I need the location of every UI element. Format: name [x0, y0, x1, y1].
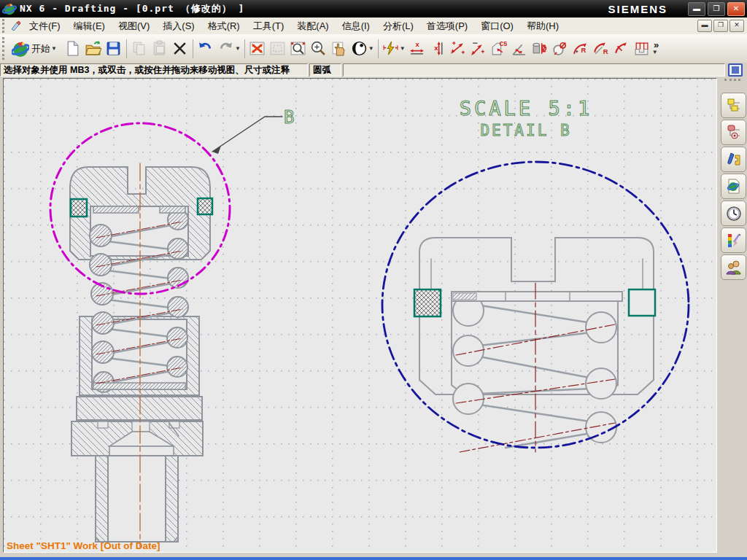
detail-seal-highlight-left[interactable] [414, 289, 441, 316]
svg-text:R: R [581, 46, 587, 54]
selection-brush-icon [10, 20, 23, 32]
menu-view[interactable]: 视图(V) [112, 18, 156, 34]
dialog-rail-icon[interactable] [728, 63, 743, 77]
spring-seat-plate [452, 292, 622, 301]
redo-dropdown-icon[interactable]: ▼ [235, 45, 241, 52]
radius-dimension-button[interactable]: R [570, 38, 591, 60]
menu-edit[interactable]: 编辑(E) [67, 18, 112, 34]
siemens-logo: SIEMENS [608, 3, 667, 15]
menu-format[interactable]: 格式(R) [201, 18, 247, 34]
flange-section [77, 397, 202, 420]
prompt-bar: 选择对象并使用 MB3，或双击，或按住并拖动来移动视图、尺寸或注释 圆弧 [0, 63, 747, 77]
valve-block-section [71, 421, 203, 456]
undo-button[interactable] [196, 38, 216, 60]
minimize-icon[interactable]: ▬ [688, 2, 705, 16]
menu-insert[interactable]: 插入(S) [156, 18, 201, 34]
nx-logo-icon [2, 1, 17, 16]
toolbar-overflow-button[interactable]: » ▼ [654, 42, 659, 56]
prompt-spacer [343, 63, 725, 77]
close-icon[interactable]: ✕ [727, 2, 745, 16]
roles-tab[interactable] [721, 254, 746, 280]
overflow-dropdown-icon: ▼ [652, 49, 658, 56]
copy-button [129, 38, 150, 60]
palettes-icon [725, 232, 743, 249]
detail-seal-highlight-right[interactable] [629, 289, 655, 316]
chamfer-dimension-button[interactable]: C5 [489, 38, 509, 60]
menu-window[interactable]: 窗口(O) [474, 18, 520, 34]
history-tab[interactable] [721, 201, 746, 226]
seal-highlight-right[interactable] [198, 198, 212, 214]
part-navigator-tab[interactable] [721, 147, 746, 172]
menu-assemblies[interactable]: 装配(A) [290, 18, 335, 34]
constraint-navigator-icon [725, 124, 743, 141]
detail-balloon-label: B [284, 107, 294, 128]
inferred-dimension-button[interactable] [381, 38, 401, 60]
menu-tools[interactable]: 工具(T) [247, 18, 291, 34]
mdi-minimize-icon[interactable]: ▬ [697, 20, 712, 32]
resource-bar [718, 77, 747, 551]
display-mode-button[interactable] [349, 38, 370, 60]
prompt-cue: 圆弧 [309, 63, 341, 77]
assembly-navigator-tab[interactable] [721, 93, 746, 118]
parallel-dimension-button[interactable] [448, 38, 468, 60]
svg-text:C5: C5 [500, 40, 507, 47]
start-button[interactable]: 开始 ▼ [10, 39, 63, 59]
menu-analysis[interactable]: 分析(L) [376, 18, 420, 34]
start-dropdown-icon: ▼ [51, 45, 57, 52]
drawing-canvas[interactable]: B [3, 78, 717, 553]
new-part-button[interactable] [63, 38, 83, 60]
zoom-in-out-button[interactable] [309, 38, 329, 60]
arc-length-dimension-button[interactable] [611, 38, 632, 60]
drafting-sheet: B [4, 79, 716, 552]
menu-information[interactable]: 信息(I) [336, 18, 376, 34]
menu-preferences[interactable]: 首选项(P) [420, 18, 474, 34]
svg-text:R: R [603, 47, 608, 55]
radius-center-dimension-button[interactable]: R [591, 38, 611, 60]
mdi-restore-icon[interactable]: ❐ [713, 20, 728, 32]
delete-button[interactable] [170, 38, 190, 60]
constraint-navigator-tab[interactable] [721, 120, 746, 145]
svg-text:x: x [416, 40, 420, 48]
prompt-message: 选择对象并使用 MB3，或双击，或按住并拖动来移动视图、尺寸或注释 [0, 63, 308, 77]
perpendicular-dimension-button[interactable] [468, 38, 489, 60]
nx-swirl-icon [12, 40, 29, 58]
toolbar-grip-2[interactable] [2, 37, 8, 60]
inferred-dimension-dropdown-icon[interactable]: ▼ [400, 45, 406, 52]
zoom-box-button[interactable] [288, 38, 309, 60]
display-mode-dropdown-icon[interactable]: ▼ [368, 45, 374, 52]
seal-highlight-left[interactable] [71, 199, 87, 217]
history-clock-icon [725, 205, 743, 222]
pan-button[interactable] [329, 38, 349, 60]
sheet-status-text: Sheet "SHT1" Work [Out of Date] [7, 540, 160, 551]
reuse-library-icon [725, 178, 743, 195]
toolbar-grip[interactable] [2, 19, 8, 32]
reuse-library-tab[interactable] [721, 174, 746, 199]
assembly-navigator-icon [725, 97, 743, 114]
cylindrical-dimension-button[interactable] [530, 38, 550, 60]
angular-dimension-button[interactable] [509, 38, 530, 60]
menu-help[interactable]: 帮助(H) [520, 18, 565, 34]
redo-button[interactable] [216, 38, 236, 60]
restore-icon[interactable]: ❐ [708, 2, 725, 16]
open-button[interactable] [83, 38, 104, 60]
taskbar-edge [0, 557, 747, 560]
resource-bar-grip[interactable] [724, 79, 740, 90]
vertical-dimension-button[interactable]: x [427, 38, 448, 60]
palettes-tab[interactable] [721, 228, 746, 253]
fit-view-button[interactable] [247, 38, 268, 60]
part-navigator-icon [725, 151, 743, 168]
mdi-close-icon[interactable]: ✕ [729, 20, 744, 32]
zoom-region-button [268, 38, 288, 60]
paste-button [150, 38, 170, 60]
main-toolbar: 开始 ▼ ▼ ▼ ▼ [0, 34, 747, 63]
title-bar: NX 6 - Drafting - [0.prt （修改的） ] SIEMENS… [0, 0, 747, 18]
menu-bar: 文件(F) 编辑(E) 视图(V) 插入(S) 格式(R) 工具(T) 装配(A… [0, 18, 747, 35]
overflow-chevron-icon: » [654, 42, 659, 49]
hole-dimension-button[interactable] [550, 38, 570, 60]
menu-file[interactable]: 文件(F) [23, 18, 67, 34]
stem-section [96, 456, 178, 542]
scale-label: SCALE 5:1 [460, 97, 592, 120]
save-button[interactable] [104, 38, 124, 60]
ordinate-dimension-button[interactable] [632, 38, 652, 60]
horizontal-dimension-button[interactable]: x [407, 38, 427, 60]
